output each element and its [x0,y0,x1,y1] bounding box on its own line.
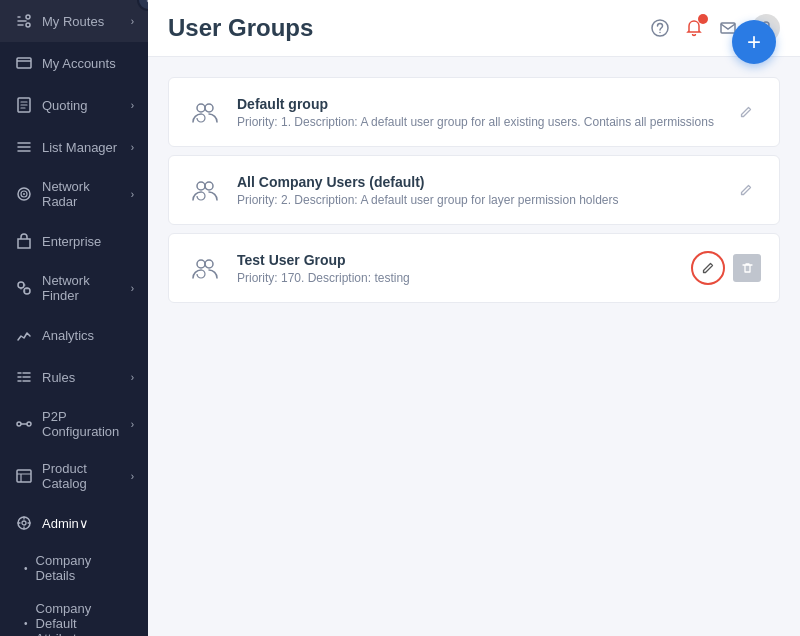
group-description: Priority: 1. Description: A default user… [237,115,731,129]
p2p-icon [14,414,34,434]
svg-rect-7 [18,239,30,248]
svg-point-11 [27,422,31,426]
content-area: + Default group Priority: 1. Description… [148,57,800,636]
sidebar-item-label: Enterprise [42,234,134,249]
sidebar-item-rules[interactable]: Rules › [0,356,148,398]
svg-point-10 [17,422,21,426]
sidebar-item-label: Product Catalog [42,461,127,491]
chevron-right-icon: › [131,16,134,27]
group-info: Default group Priority: 1. Description: … [237,96,731,129]
network-radar-icon [14,184,34,204]
sidebar-sub-item-company-details[interactable]: Company Details [0,544,148,592]
list-manager-icon [14,137,34,157]
sidebar-item-network-radar[interactable]: Network Radar › [0,168,148,220]
help-icon[interactable] [650,18,670,38]
page-title: User Groups [168,14,313,42]
sidebar-item-label: Network Radar [42,179,127,209]
sidebar-item-my-routes[interactable]: My Routes › [0,0,148,42]
sub-item-label: Company Details [36,553,134,583]
sidebar-item-label: My Accounts [42,56,134,71]
svg-point-6 [23,193,25,195]
sidebar-item-network-finder[interactable]: Network Finder › [0,262,148,314]
group-info: All Company Users (default) Priority: 2.… [237,174,731,207]
group-description: Priority: 170. Description: testing [237,271,691,285]
notification-icon[interactable] [684,18,704,38]
group-icon [187,250,223,286]
group-actions [691,251,761,285]
chevron-right-icon: › [131,142,134,153]
main-content: User Groups [148,0,800,636]
svg-point-14 [22,521,26,525]
svg-point-22 [205,182,213,190]
group-card: Default group Priority: 1. Description: … [168,77,780,147]
sidebar-item-label: My Routes [42,14,127,29]
svg-point-20 [205,104,213,112]
svg-rect-12 [17,470,31,482]
sidebar-item-enterprise[interactable]: Enterprise [0,220,148,262]
svg-point-15 [652,20,668,36]
group-actions [731,175,761,205]
sidebar-item-label: Quoting [42,98,127,113]
delete-group-button[interactable] [733,254,761,282]
svg-point-1 [26,23,30,27]
sidebar-item-label: Analytics [42,328,134,343]
sidebar-item-label: Network Finder [42,273,127,303]
chevron-right-icon: › [131,189,134,200]
group-icon [187,172,223,208]
analytics-icon [14,325,34,345]
sidebar-section-label: Admin [42,516,79,531]
chevron-down-icon: ∨ [79,516,89,531]
admin-icon [14,513,34,533]
sidebar-item-list-manager[interactable]: List Manager › [0,126,148,168]
accounts-icon [14,53,34,73]
sidebar-sub-item-company-default-attributes[interactable]: Company Default Attributes [0,592,148,636]
chevron-right-icon: › [131,100,134,111]
svg-point-23 [197,260,205,268]
group-info: Test User Group Priority: 170. Descripti… [237,252,691,285]
sub-item-label: Company Default Attributes [36,601,134,636]
quoting-icon [14,95,34,115]
svg-point-24 [205,260,213,268]
svg-point-8 [18,282,24,288]
header: User Groups [148,0,800,57]
svg-rect-17 [721,23,735,33]
sidebar-item-label: List Manager [42,140,127,155]
route-icon [14,11,34,31]
network-finder-icon [14,278,34,298]
svg-point-0 [26,15,30,19]
sidebar-item-label: Rules [42,370,127,385]
sidebar-item-label: P2P Configuration [42,409,127,439]
sidebar-item-analytics[interactable]: Analytics [0,314,148,356]
group-icon [187,94,223,130]
product-catalog-icon [14,466,34,486]
sidebar: ‹ My Routes › My Accounts Qu [0,0,148,636]
svg-point-16 [659,32,661,34]
sidebar-item-p2p[interactable]: P2P Configuration › [0,398,148,450]
chevron-right-icon: › [131,283,134,294]
groups-list: Default group Priority: 1. Description: … [168,77,780,303]
svg-rect-2 [17,58,31,68]
svg-point-21 [197,182,205,190]
chevron-right-icon: › [131,419,134,430]
edit-group-button[interactable] [731,175,761,205]
group-card: All Company Users (default) Priority: 2.… [168,155,780,225]
edit-group-button[interactable] [691,251,725,285]
edit-group-button[interactable] [731,97,761,127]
group-card: Test User Group Priority: 170. Descripti… [168,233,780,303]
svg-point-19 [197,104,205,112]
notification-badge [698,14,708,24]
group-name: All Company Users (default) [237,174,731,190]
group-description: Priority: 2. Description: A default user… [237,193,731,207]
rules-icon [14,367,34,387]
sidebar-item-my-accounts[interactable]: My Accounts [0,42,148,84]
group-name: Default group [237,96,731,112]
sidebar-item-admin[interactable]: Admin ∨ [0,502,148,544]
group-name: Test User Group [237,252,691,268]
chevron-right-icon: › [131,471,134,482]
sidebar-item-product-catalog[interactable]: Product Catalog › [0,450,148,502]
enterprise-icon [14,231,34,251]
group-actions [731,97,761,127]
chevron-right-icon: › [131,372,134,383]
sidebar-item-quoting[interactable]: Quoting › [0,84,148,126]
add-group-button[interactable]: + [732,57,776,64]
